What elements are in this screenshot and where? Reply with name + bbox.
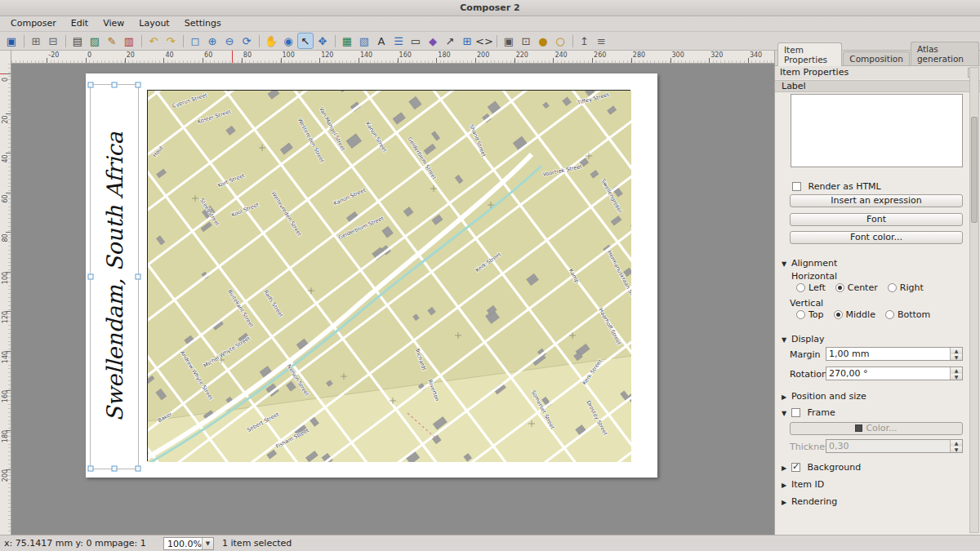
selection-handle[interactable] [136, 466, 141, 472]
vertical-ruler: 020406080100120140160180200 [0, 64, 11, 535]
spin-down-icon[interactable] [951, 374, 962, 380]
lock-items-icon[interactable]: ● [535, 33, 551, 49]
ungroup-items-icon[interactable]: ⊡ [518, 33, 534, 49]
selection-handle[interactable] [136, 82, 141, 88]
background-section-header[interactable]: Background [782, 462, 861, 473]
zoom-full-icon[interactable]: ◻ [187, 33, 203, 49]
selection-handle[interactable] [88, 82, 94, 88]
spin-down-icon[interactable] [951, 354, 962, 361]
new-composition-icon[interactable]: ⊞ [28, 33, 44, 49]
selection-handle[interactable] [112, 466, 118, 472]
zoom-region-icon[interactable]: ◉ [280, 33, 296, 49]
menu-composer[interactable]: Composer [3, 16, 64, 31]
margin-spinbox[interactable] [826, 347, 963, 361]
position-size-section-header[interactable]: Position and size [782, 391, 866, 402]
print-icon[interactable]: ▤ [69, 33, 86, 49]
save-project-icon[interactable]: ▣ [3, 33, 20, 49]
frame-section-header[interactable]: Frame [782, 407, 835, 419]
ruler-number: 60 [204, 51, 212, 59]
label-text-input[interactable] [791, 94, 963, 167]
valign-middle[interactable]: Middle [834, 309, 875, 320]
pan-icon[interactable]: ✋ [263, 33, 279, 49]
selection-handle[interactable] [88, 274, 94, 280]
background-checkbox[interactable] [791, 463, 800, 472]
unlock-items-icon[interactable]: ○ [552, 33, 568, 49]
tab-item-properties[interactable]: Item Properties [777, 42, 842, 66]
valign-top[interactable]: Top [796, 309, 824, 320]
spin-up-icon[interactable] [951, 348, 962, 354]
menu-edit[interactable]: Edit [64, 16, 96, 31]
ruler-tick [6, 311, 11, 312]
ruler-tick [47, 58, 47, 63]
ruler-number: 260 [594, 51, 606, 59]
export-image-icon[interactable]: ▨ [87, 33, 103, 49]
zoom-out-icon[interactable]: ⊖ [221, 33, 238, 49]
add-table-icon[interactable]: ⊞ [459, 33, 475, 49]
export-pdf-icon[interactable]: ▥ [121, 33, 137, 49]
add-html-frame-icon[interactable]: <> [476, 33, 492, 49]
menu-layout[interactable]: Layout [131, 16, 176, 31]
add-legend-icon[interactable]: ☰ [390, 33, 407, 49]
move-item-content-icon[interactable]: ✥ [314, 33, 331, 49]
tab-atlas-generation[interactable]: Atlas generation [911, 42, 979, 65]
add-map-icon[interactable]: ▦ [339, 33, 355, 49]
zoom-in-icon[interactable]: ⊕ [204, 33, 220, 49]
duplicate-composition-icon[interactable]: ⊟ [45, 33, 61, 49]
composition-canvas[interactable]: Swellendam, South Africa Cyprus StreetKo… [11, 64, 774, 535]
export-svg-icon[interactable]: ✎ [104, 33, 120, 49]
undo-icon[interactable]: ↶ [145, 33, 162, 49]
select-move-item-icon[interactable]: ↖ [297, 33, 314, 49]
menu-view[interactable]: View [96, 16, 131, 31]
frame-checkbox[interactable] [791, 408, 800, 417]
alignment-section-header[interactable]: Alignment [782, 258, 837, 269]
selection-handle[interactable] [112, 82, 118, 88]
display-section-header[interactable]: Display [782, 334, 825, 345]
frame-color-button[interactable]: Color... [790, 422, 963, 435]
composition-page[interactable]: Swellendam, South Africa Cyprus StreetKo… [86, 73, 657, 478]
add-label-icon[interactable]: A [373, 33, 390, 49]
toolbar-separator [572, 35, 573, 47]
rotation-input[interactable] [829, 367, 949, 380]
selection-handle[interactable] [136, 274, 141, 280]
add-shape-icon[interactable]: ◆ [425, 33, 441, 49]
rotation-spinbox[interactable] [826, 367, 963, 380]
ruler-tick [281, 58, 282, 63]
chevron-down-icon[interactable] [202, 538, 213, 549]
ruler-tick [359, 58, 359, 63]
radio-icon [835, 283, 844, 292]
align-items-icon[interactable]: ≡ [594, 33, 610, 49]
scrollbar-thumb[interactable] [971, 117, 978, 223]
add-image-icon[interactable]: ▧ [356, 33, 372, 49]
rendering-section-header[interactable]: Rendering [782, 496, 837, 508]
ruler-tick [6, 430, 11, 431]
toolbar-separator [141, 35, 142, 47]
add-scalebar-icon[interactable]: ▭ [408, 33, 424, 49]
raise-items-icon[interactable]: ↥ [577, 33, 593, 49]
halign-left[interactable]: Left [796, 282, 826, 293]
item-id-section-header[interactable]: Item ID [782, 479, 824, 491]
render-as-html-checkbox[interactable] [792, 182, 801, 191]
page-indicator: page: 1 [112, 538, 146, 549]
halign-center[interactable]: Center [835, 282, 878, 293]
label-item[interactable]: Swellendam, South Africa [90, 84, 139, 469]
radio-label: Left [808, 282, 826, 293]
tab-composition[interactable]: Composition [843, 51, 910, 65]
zoom-combobox[interactable]: 100.0% [163, 537, 214, 550]
font-button[interactable]: Font [790, 213, 963, 226]
add-arrow-icon[interactable]: ↗ [442, 33, 458, 49]
insert-expression-button[interactable]: Insert an expression [790, 194, 963, 207]
menu-settings[interactable]: Settings [177, 16, 229, 31]
refresh-view-icon[interactable]: ⟳ [238, 33, 255, 49]
redo-icon[interactable]: ↷ [163, 33, 179, 49]
ruler-tick [6, 193, 11, 193]
font-color-button[interactable]: Font color... [790, 231, 963, 244]
group-items-icon[interactable]: ▣ [501, 33, 517, 49]
selection-handle[interactable] [88, 466, 94, 472]
margin-input[interactable] [829, 348, 949, 360]
valign-bottom[interactable]: Bottom [885, 309, 930, 320]
panel-scrollbar[interactable] [969, 67, 979, 533]
halign-right[interactable]: Right [888, 282, 924, 293]
map-item[interactable]: Cyprus StreetKoster StreetHoutKort Stree… [147, 90, 630, 461]
glyph: ↗ [446, 36, 455, 47]
spin-up-icon[interactable] [951, 367, 962, 374]
